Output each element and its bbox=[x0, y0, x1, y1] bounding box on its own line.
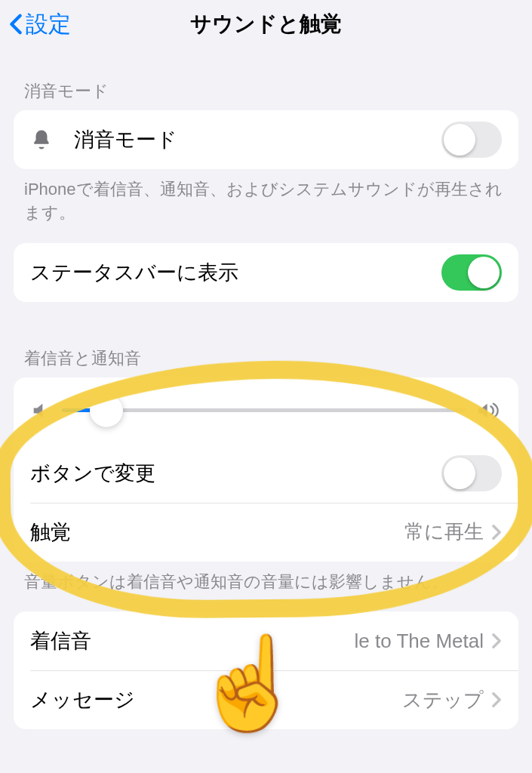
chevron-right-icon bbox=[491, 524, 502, 540]
group-sounds: 着信音 le to The Metal メッセージ ステップ bbox=[14, 611, 518, 729]
group-statusbar: ステータスバーに表示 bbox=[14, 243, 518, 302]
back-button[interactable]: 設定 bbox=[9, 9, 71, 40]
back-label: 設定 bbox=[26, 9, 71, 40]
haptics-label: 触覚 bbox=[30, 519, 404, 546]
ringtone-value: le to The Metal bbox=[354, 630, 484, 653]
haptics-value: 常に再生 bbox=[404, 519, 484, 545]
row-haptics[interactable]: 触覚 常に再生 bbox=[14, 503, 518, 562]
row-show-statusbar[interactable]: ステータスバーに表示 bbox=[14, 243, 518, 302]
statusbar-label: ステータスバーに表示 bbox=[30, 259, 441, 286]
silent-footer: iPhoneで着信音、通知音、およびシステムサウンドが再生されます。 bbox=[0, 169, 532, 225]
row-volume-slider[interactable] bbox=[14, 377, 518, 444]
message-value: ステップ bbox=[402, 687, 484, 713]
message-label: メッセージ bbox=[30, 686, 402, 713]
silent-toggle[interactable] bbox=[441, 122, 502, 158]
chevron-left-icon bbox=[9, 14, 23, 35]
volume-slider[interactable] bbox=[62, 408, 466, 412]
row-ringtone[interactable]: 着信音 le to The Metal bbox=[14, 611, 518, 670]
buttons-toggle[interactable] bbox=[441, 455, 502, 491]
group-silent: 消音モード bbox=[14, 110, 518, 169]
volume-low-icon bbox=[30, 400, 51, 421]
section-header-silent: 消音モード bbox=[0, 48, 532, 110]
ringer-footer: 音量ボタンは着信音や通知音の音量には影響しません。 bbox=[0, 562, 532, 594]
chevron-right-icon bbox=[491, 633, 502, 649]
row-change-with-buttons[interactable]: ボタンで変更 bbox=[14, 444, 518, 503]
silent-label: 消音モード bbox=[74, 126, 441, 153]
row-silent-mode[interactable]: 消音モード bbox=[14, 110, 518, 169]
buttons-label: ボタンで変更 bbox=[30, 460, 441, 487]
statusbar-toggle[interactable] bbox=[441, 254, 502, 291]
ringtone-label: 着信音 bbox=[30, 627, 354, 654]
group-ringer: ボタンで変更 触覚 常に再生 bbox=[14, 377, 518, 562]
chevron-right-icon bbox=[491, 691, 502, 708]
volume-high-icon bbox=[476, 400, 502, 421]
section-header-ringer: 着信音と通知音 bbox=[0, 302, 532, 377]
row-message[interactable]: メッセージ ステップ bbox=[14, 670, 518, 729]
slider-thumb[interactable] bbox=[90, 394, 123, 427]
bell-icon bbox=[30, 128, 53, 151]
page-title: サウンドと触覚 bbox=[190, 10, 342, 38]
